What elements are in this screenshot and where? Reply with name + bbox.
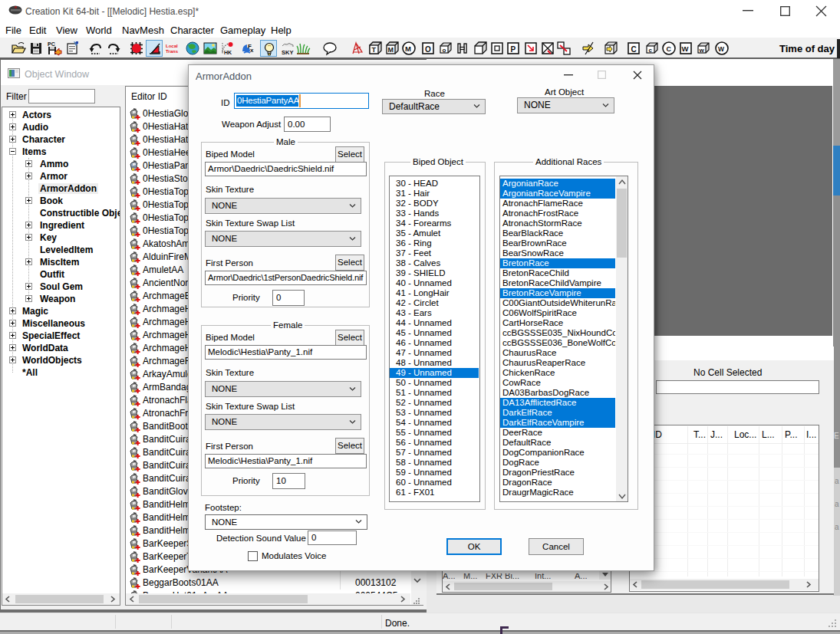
svg-text:M: M (388, 46, 394, 54)
svg-text:M: M (405, 44, 411, 53)
svg-text:SKY: SKY (282, 49, 293, 56)
svg-text:PC: PC (48, 41, 55, 47)
svg-text:w: w (699, 47, 705, 54)
svg-text:x: x (250, 47, 254, 54)
svg-text:C: C (667, 45, 672, 53)
svg-text:c: c (649, 47, 653, 54)
svg-text:Local: Local (166, 44, 178, 48)
svg-text:T: T (372, 46, 377, 54)
svg-text:W: W (718, 45, 725, 53)
svg-text:O: O (425, 45, 431, 54)
svg-text:Trans: Trans (166, 49, 179, 54)
svg-text:P: P (511, 45, 516, 54)
svg-text:HK: HK (224, 50, 232, 55)
svg-text:W: W (682, 44, 689, 53)
svg-text:C: C (631, 45, 637, 54)
svg-text:o: o (443, 47, 446, 54)
